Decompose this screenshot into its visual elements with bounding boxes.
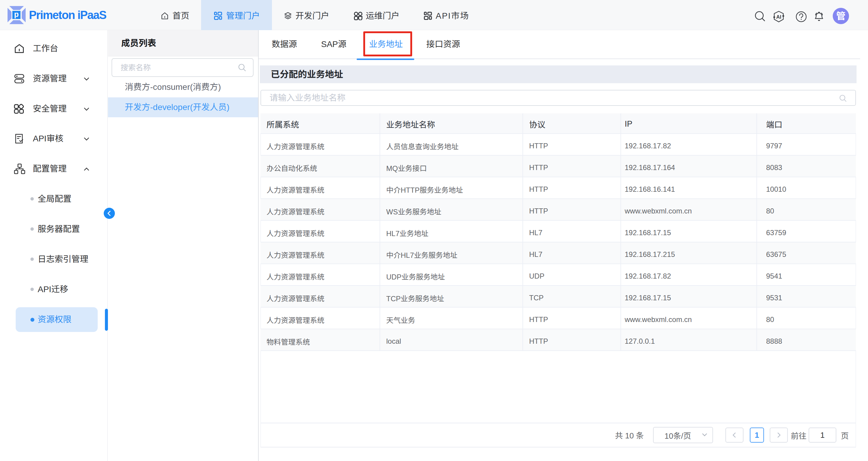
svg-text:p: p [14,10,19,19]
svg-text:AI: AI [776,14,781,20]
